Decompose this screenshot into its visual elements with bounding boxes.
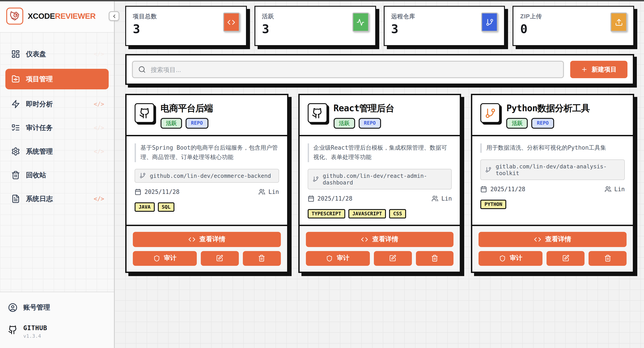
view-details-label: 查看详情 [372,235,398,244]
fox-logo-icon [9,10,20,22]
view-details-label: 查看详情 [200,235,226,244]
delete-button[interactable] [416,251,454,266]
project-card-header: Python数据分析工具 活跃 REPO [472,95,633,137]
stat-card-remote-repos: 远程仓库 3 [384,6,505,46]
stat-icon-box [352,12,369,32]
users-icon [604,186,611,192]
calendar-icon [134,188,141,195]
badge-row: 活跃 REPO [506,118,590,129]
main-content: 项目总数 3 活跃 3 远程仓库 3 [114,0,644,348]
project-card-react-admin: React管理后台 活跃 REPO 企业级React管理后台模板，集成权限管理、… [298,94,461,273]
code-icon [228,18,236,26]
project-icon-box [480,103,500,123]
github-icon [139,107,150,119]
view-details-button[interactable]: 查看详情 [306,232,454,247]
view-details-button[interactable]: 查看详情 [479,232,626,247]
stat-icon-box [610,12,627,32]
repo-url: github.com/lin-dev/ecommerce-backend [150,173,271,179]
sidebar-item-recycle-bin[interactable]: 回收站 [5,166,109,184]
code-deco: </> [94,124,104,131]
tech-tag: CSS [389,209,406,218]
sidebar-item-system-logs[interactable]: 系统日志 </> [5,190,109,208]
delete-button[interactable] [588,251,626,266]
stat-card-active: 活跃 3 [254,6,376,46]
sidebar-footer: 账号管理 GITHUB v1.3.4 [0,292,114,348]
view-details-button[interactable]: 查看详情 [133,232,281,247]
stat-icon-box [482,12,498,32]
project-meta: 2025/11/28 Lin [308,195,452,202]
activity-icon [356,18,364,26]
project-date: 2025/11/28 [490,186,526,192]
code-deco: </> [94,51,104,57]
badge-row: 活跃 REPO [160,118,213,129]
search-input[interactable] [150,65,558,73]
sidebar-item-label: 系统日志 [26,194,53,203]
tech-tag: SQL [158,202,175,212]
trash-icon [11,171,20,179]
view-details-label: 查看详情 [545,235,571,244]
users-icon [432,195,438,202]
project-date: 2025/11/28 [317,195,352,202]
project-owner: Lin [268,188,279,195]
sidebar-nav: 仪表盘 </> 项目管理 即时分析 </> 审计任务 </> [0,33,114,208]
upload-icon [615,18,623,26]
audit-label: 审计 [164,254,176,262]
layout-dashboard-icon [11,50,20,58]
edit-button[interactable] [201,251,239,266]
git-branch-icon [486,18,494,26]
status-badge: 活跃 [506,118,528,129]
gear-icon [11,147,20,156]
sidebar-item-label: 审计任务 [26,124,53,132]
shield-icon [153,255,160,262]
github-icon [8,325,18,335]
search-toolbar: 新建项目 [125,54,634,85]
github-icon [312,107,323,119]
project-owner: Lin [614,186,625,192]
sidebar-item-instant-analysis[interactable]: 即时分析 </> [5,95,109,113]
status-badge: 活跃 [160,118,182,129]
list-todo-icon [11,123,20,132]
repo-url-box: github.com/lin-dev/ecommerce-backend [134,169,279,183]
edit-button[interactable] [547,251,585,266]
search-icon [138,66,146,73]
sidebar-item-label: 即时分析 [26,100,53,108]
project-card-footer: 查看详情 审计 [300,225,460,272]
calendar-icon [308,195,314,202]
badge-row: 活跃 REPO [334,118,394,129]
type-badge: REPO [358,118,381,129]
stat-card-zip-uploads: ZIP上传 0 [513,6,634,46]
edit-button[interactable] [374,251,412,266]
sidebar-item-system-admin[interactable]: 系统管理 </> [5,143,109,160]
sidebar-item-audit-tasks[interactable]: 审计任务 </> [5,119,109,137]
trash-icon [431,255,438,262]
git-branch-icon [485,107,496,119]
account-label: 账号管理 [23,303,50,312]
top-edge-bar [0,0,644,1]
repo-url: gitlab.com/lin-dev/data-analysis-toolkit [496,163,620,176]
audit-label: 审计 [337,254,349,262]
stat-card-total-projects: 项目总数 3 [125,6,247,46]
new-project-button[interactable]: 新建项目 [570,61,628,78]
sidebar-collapse-button[interactable] [109,11,120,21]
code-icon [361,236,368,243]
sidebar-item-account[interactable]: 账号管理 [8,303,106,312]
audit-button[interactable]: 审计 [479,251,543,266]
status-badge: 活跃 [334,118,355,129]
app-title-secondary: REVIEWER [55,11,96,20]
edit-pen-icon [389,255,396,262]
delete-button[interactable] [243,251,281,266]
app-version-block: GITHUB v1.3.4 [8,324,106,339]
calendar-icon [480,186,487,192]
chevron-left-icon [111,13,117,19]
project-card-ecommerce: 电商平台后端 活跃 REPO 基于Spring Boot的电商平台后端服务，包含… [125,94,288,273]
stat-icon-box [223,12,240,32]
sidebar-item-dashboard[interactable]: 仪表盘 </> [5,45,109,63]
tag-list: PYTHON [480,200,625,209]
project-title: 电商平台后端 [160,102,213,114]
file-text-icon [11,194,20,203]
code-deco: </> [94,195,104,202]
audit-button[interactable]: 审计 [306,251,370,266]
sidebar-item-projects[interactable]: 项目管理 [5,69,109,89]
trash-icon [604,255,611,262]
audit-button[interactable]: 审计 [133,251,197,266]
